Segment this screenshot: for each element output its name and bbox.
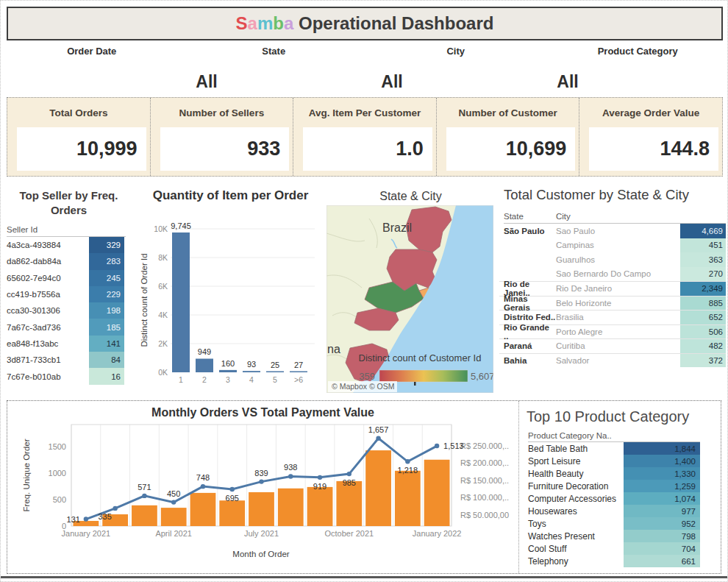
table-row[interactable]: 7a67c-3ad736185 — [1, 319, 137, 335]
table-row[interactable]: Rio de Janei..Rio De Janeiro2,349 — [499, 281, 726, 296]
category-value-cell: 1,844 — [624, 442, 700, 455]
table-row[interactable]: cc419-b7556a229 — [1, 286, 137, 302]
city-cell: Rio De Janeiro — [556, 282, 680, 296]
bar-mark[interactable] — [290, 372, 307, 373]
table-row[interactable]: Sao Bernardo Do Campo270 — [499, 267, 726, 282]
table-row[interactable]: 3d871-733cb184 — [1, 352, 137, 368]
panel-customers-table: Total Customer by State & City State Cit… — [499, 181, 728, 399]
filter-value-state[interactable]: All — [183, 72, 230, 92]
bar-mark[interactable] — [219, 370, 237, 372]
table-row[interactable]: 65602-7e94c0245 — [1, 270, 137, 286]
seller-value-cell: 198 — [89, 302, 124, 319]
state-cell: Bahia — [504, 354, 556, 368]
category-value-cell: 1,074 — [624, 492, 700, 505]
legend-tick — [414, 382, 416, 386]
line-point[interactable] — [142, 494, 146, 498]
payment-bar-mark[interactable] — [132, 505, 157, 526]
legend-title: Distinct count of Customer Id — [359, 352, 482, 363]
line-value-label: 938 — [284, 463, 297, 472]
payment-bar-mark[interactable] — [336, 481, 362, 526]
panel-map: State & City — [324, 181, 497, 399]
table-row[interactable]: Housewares977 — [527, 505, 721, 517]
line-point[interactable] — [113, 506, 117, 511]
line-point[interactable] — [259, 479, 263, 483]
table-row[interactable]: Toys952 — [527, 517, 721, 530]
table-row[interactable]: Furniture Decoration1,259 — [527, 480, 721, 492]
brand-letter: S — [236, 13, 248, 33]
line-value-label: 450 — [167, 489, 180, 498]
table-row[interactable]: cca30-301306198 — [1, 302, 137, 319]
kpi-value: 10,999 — [17, 127, 146, 171]
x-tick-label: >6 — [294, 375, 303, 384]
map-edge-label: na — [327, 343, 340, 355]
filter-value-product-category[interactable]: All — [544, 72, 591, 92]
line-point[interactable] — [84, 517, 88, 521]
table-row[interactable]: 4a3ca-493884329 — [1, 237, 137, 253]
table-row[interactable]: Sport Leisure1,400 — [527, 455, 721, 467]
bar-mark[interactable] — [196, 358, 213, 372]
table-row[interactable]: Distrito Fed..Brasilia652 — [499, 310, 726, 324]
line-point[interactable] — [405, 459, 410, 464]
payment-bar-mark[interactable] — [249, 492, 274, 526]
table-row[interactable]: Campinas451 — [499, 238, 726, 253]
x-tick-label: January 2022 — [413, 529, 462, 538]
legend-gradient[interactable] — [379, 370, 468, 382]
bar-mark[interactable] — [243, 371, 260, 372]
line-point[interactable] — [288, 474, 293, 478]
map-attribution[interactable]: © Mapbox © OSM — [332, 382, 395, 391]
line-point[interactable] — [318, 475, 322, 480]
city-cell: Porto Alegre — [556, 325, 680, 339]
category-name: Sport Leisure — [527, 455, 624, 467]
kpi-label: Average Order Value — [579, 98, 722, 127]
table-row[interactable]: ea848-f13abc141 — [1, 336, 137, 352]
payment-bar-mark[interactable] — [365, 450, 391, 526]
line-point[interactable] — [347, 472, 351, 476]
table-row[interactable]: Watches Present798 — [527, 530, 721, 542]
city-cell: Sao Bernardo Do Campo — [556, 267, 680, 282]
table-row[interactable]: ParanáCuritiba482 — [499, 338, 726, 353]
state-cell — [504, 252, 556, 267]
x-tick-label: April 2021 — [155, 529, 192, 538]
payment-bar-mark[interactable] — [161, 508, 187, 526]
seller-id: cc419-b7556a — [7, 286, 89, 302]
category-name: Cool Stuff — [527, 542, 624, 555]
payment-bar-mark[interactable] — [307, 487, 333, 526]
line-point[interactable] — [435, 444, 439, 448]
category-value-cell: 1,330 — [624, 467, 700, 480]
table-row[interactable]: da862-dab84a283 — [1, 253, 137, 269]
table-row[interactable]: Bed Table Bath1,844 — [527, 442, 721, 455]
table-row[interactable]: Rio Grande ..Porto Alegre506 — [499, 324, 726, 339]
table-row[interactable]: Guarulhos363 — [499, 252, 726, 267]
column-header: Product Category Na.. — [528, 431, 700, 442]
category-name: Telephony — [527, 555, 624, 567]
top-seller-table: 4a3ca-493884329da862-dab84a28365602-7e94… — [1, 237, 137, 385]
panel-monthly-chart: 050010001500R$ 50.000,00R$ 100.000,..R$ … — [7, 401, 519, 573]
kpi-row: Total Orders10,999Number of Sellers933Av… — [7, 97, 723, 177]
table-header-row: State City — [504, 212, 726, 224]
line-point[interactable] — [376, 436, 380, 440]
table-row[interactable]: São PauloSao Paulo4,669 — [499, 224, 726, 238]
line-point[interactable] — [230, 487, 235, 491]
line-point[interactable] — [201, 484, 205, 489]
bar-mark[interactable] — [172, 233, 190, 372]
table-row[interactable]: 7c67e-b010ab16 — [1, 368, 137, 384]
state-cell: Paraná — [504, 339, 556, 353]
filter-value-city[interactable]: All — [368, 72, 415, 92]
table-row[interactable]: Computer Accessories1,074 — [527, 492, 721, 505]
line-value-label: 839 — [254, 469, 268, 478]
bar-mark[interactable] — [266, 372, 284, 373]
payment-bar-mark[interactable] — [395, 471, 421, 526]
table-row[interactable]: Minas GeraisBelo Horizonte885 — [499, 296, 726, 310]
table-row[interactable]: Telephony661 — [527, 555, 721, 567]
table-row[interactable]: Health Beauty1,330 — [527, 467, 721, 480]
kpi-label: Total Orders — [7, 98, 150, 127]
table-row[interactable]: Cool Stuff704 — [527, 542, 721, 555]
line-point[interactable] — [171, 500, 176, 504]
payment-bar-mark[interactable] — [190, 493, 216, 526]
table-row[interactable]: BahiaSalvador372 — [499, 353, 726, 368]
payment-bar-mark[interactable] — [219, 500, 245, 526]
kpi-value: 144.8 — [589, 127, 718, 171]
category-value-cell: 798 — [624, 530, 700, 542]
payment-bar-mark[interactable] — [424, 460, 450, 526]
payment-bar-mark[interactable] — [278, 489, 304, 526]
